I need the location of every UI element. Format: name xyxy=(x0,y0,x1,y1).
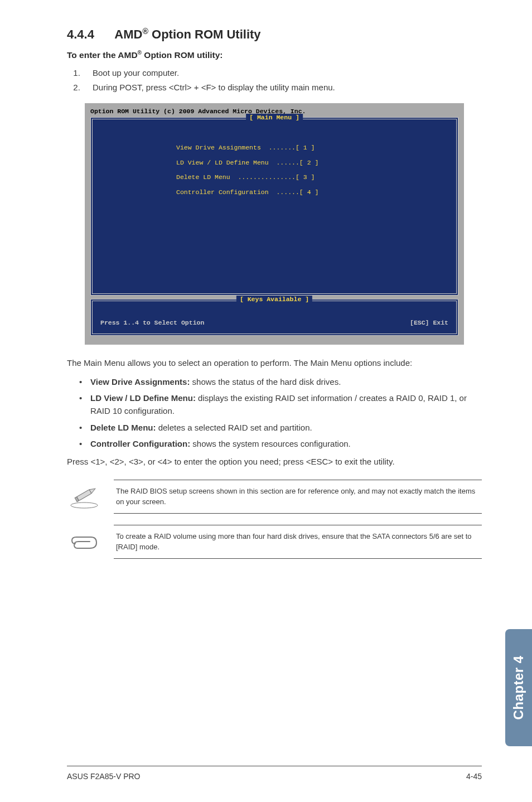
step-item: During POST, press <Ctrl> + <F> to displ… xyxy=(83,80,482,95)
list-item: View Drive Assignments: shows the status… xyxy=(79,375,482,388)
chapter-side-tab-label: Chapter 4 xyxy=(511,655,526,719)
section-title-prefix: AMD xyxy=(114,27,142,41)
bullet-bold: Delete LD Menu: xyxy=(90,423,156,432)
section-title-sup: ® xyxy=(142,27,148,36)
bios-menu-item: LD View / LD Define Menu ......[ 2 ] xyxy=(93,156,456,170)
footer-left: ASUS F2A85-V PRO xyxy=(67,772,141,781)
subhead-sup: ® xyxy=(138,50,142,56)
bullet-bold: View Drive Assignments: xyxy=(90,377,190,386)
bios-menu-item: Controller Configuration ......[ 4 ] xyxy=(93,185,456,200)
bios-main-label: [ Main Menu ] xyxy=(246,114,303,121)
subhead-prefix: To enter the AMD xyxy=(67,50,138,60)
bios-press-right: [ESC] Exit xyxy=(410,319,448,326)
options-bullets: View Drive Assignments: shows the status… xyxy=(67,375,482,450)
note-text: The RAID BIOS setup screens shown in thi… xyxy=(114,480,482,514)
section-title-rest: Option ROM Utility xyxy=(148,27,261,41)
steps-list: Boot up your computer. During POST, pres… xyxy=(67,66,482,94)
bullet-bold: LD View / LD Define Menu: xyxy=(90,393,196,403)
pencil-icon xyxy=(67,484,101,509)
svg-rect-1 xyxy=(77,490,92,501)
bullet-rest: shows the status of the hard disk drives… xyxy=(190,377,341,386)
subhead-rest: Option ROM utility: xyxy=(142,50,223,60)
bullet-bold: Controller Configuration: xyxy=(90,439,190,448)
chapter-side-tab: Chapter 4 xyxy=(505,629,532,746)
step-item: Boot up your computer. xyxy=(83,66,482,80)
bullet-rest: deletes a selected RAID set and partitio… xyxy=(156,423,312,432)
bios-main-panel: [ Main Menu ] View Drive Assignments ...… xyxy=(90,117,458,296)
footer-right: 4-45 xyxy=(466,772,482,781)
svg-point-0 xyxy=(71,503,98,508)
list-item: Controller Configuration: shows the syst… xyxy=(79,437,482,450)
list-item: LD View / LD Define Menu: displays the e… xyxy=(79,392,482,418)
subheading: To enter the AMD® Option ROM utility: xyxy=(67,50,482,60)
section-number: 4.4.4 xyxy=(67,27,112,42)
bios-keys-panel: [ Keys Available ] Press 1..4 to Select … xyxy=(90,299,458,336)
press-paragraph: Press <1>, <2>, <3>, or <4> to enter the… xyxy=(67,456,482,468)
page-footer: ASUS F2A85-V PRO 4-45 xyxy=(67,766,482,781)
bullet-rest: shows the system resources configuration… xyxy=(190,439,351,448)
bios-press-left: Press 1..4 to Select Option xyxy=(100,319,204,326)
list-item: Delete LD Menu: deletes a selected RAID … xyxy=(79,421,482,434)
bios-menu-item: View Drive Assignments .......[ 1 ] xyxy=(93,141,456,155)
note-block: To create a RAID volume using more than … xyxy=(67,525,482,559)
bios-menu-item: Delete LD Menu ...............[ 3 ] xyxy=(93,170,456,185)
note-text: To create a RAID volume using more than … xyxy=(114,525,482,559)
intro-paragraph: The Main Menu allows you to select an op… xyxy=(67,357,482,370)
paperclip-icon xyxy=(67,530,101,553)
section-heading: 4.4.4 AMD® Option ROM Utility xyxy=(67,27,482,42)
note-block: The RAID BIOS setup screens shown in thi… xyxy=(67,480,482,514)
bios-keys-label: [ Keys Available ] xyxy=(236,296,312,303)
bios-screenshot: Option ROM Utility (c) 2009 Advanced Mic… xyxy=(85,103,464,345)
